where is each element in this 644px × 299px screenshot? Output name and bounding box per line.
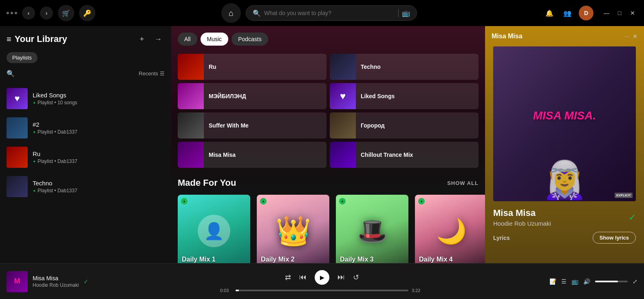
cart-button[interactable]: 🛒 xyxy=(58,5,74,21)
total-time: 3:22 xyxy=(412,288,424,293)
volume-bar[interactable] xyxy=(595,281,628,282)
daily-mix-1-label: Daily Mix 1 xyxy=(182,256,216,263)
made-for-you-header: Made For You Show all xyxy=(178,178,479,188)
forward-button[interactable]: › xyxy=(40,7,53,20)
back-button[interactable]: ‹ xyxy=(22,7,35,20)
home-button[interactable]: ⌂ xyxy=(221,3,241,23)
sidebar-item-liked-songs[interactable]: ♥ Liked Songs ✦ Playlist • 10 songs xyxy=(0,84,171,113)
key-button[interactable]: 🔑 xyxy=(79,5,95,21)
show-lyrics-button[interactable]: Show lyrics xyxy=(593,232,636,244)
loop-button[interactable]: ↺ xyxy=(353,273,359,282)
progress-bar[interactable] xyxy=(236,290,408,291)
window-traffic-lights xyxy=(7,12,17,14)
playlist-card-chillout[interactable]: Chillout Trance Mix xyxy=(330,142,479,168)
daily-mix-2-thumb: ♦ 👑 Daily Mix 2 xyxy=(257,195,329,263)
daily-mix-grid: ♦ 👤 Daily Mix 1 Oxxxymiron, ATL, ♦ 👑 xyxy=(178,195,479,263)
playlists-grid: Ru Techno МЭЙБИЛЭНД ♥ Liked Songs Suffer… xyxy=(178,54,479,168)
right-panel: Misa Misa ··· ✕ 🧝‍♀️ MISA MISA. EXPLICIT… xyxy=(485,26,644,263)
volume-button[interactable]: 🔊 xyxy=(583,278,590,285)
next-button[interactable]: ⏭ xyxy=(337,273,345,281)
dot1 xyxy=(7,12,9,14)
expand-library-button[interactable]: → xyxy=(152,33,165,46)
playlist-card-ru[interactable]: Ru xyxy=(178,54,326,80)
player-controls: ⇄ ⏮ ▶ ⏭ ↺ 0:03 3:22 xyxy=(121,270,523,293)
right-panel-actions: ··· ✕ xyxy=(624,33,637,40)
sidebar-header: ≡ Your Library + → xyxy=(0,26,171,49)
ru-thumb xyxy=(7,147,28,168)
right-panel-close-button[interactable]: ✕ xyxy=(633,33,637,40)
filter-tabs: All Music Podcasts xyxy=(178,33,479,46)
device-button[interactable]: 📺 xyxy=(571,278,578,285)
playlist-card-gorgorod[interactable]: Горород xyxy=(330,112,479,139)
minimize-button[interactable]: — xyxy=(602,8,611,18)
bell-button[interactable]: 🔔 xyxy=(543,7,556,20)
techno-name: Techno xyxy=(33,180,77,187)
filter-podcasts[interactable]: Podcasts xyxy=(232,33,268,46)
maximize-button[interactable]: □ xyxy=(615,8,624,18)
ru-card-thumb xyxy=(178,54,204,80)
sidebar-recents[interactable]: Recents ☰ xyxy=(139,70,165,77)
item2-name: #2 xyxy=(33,121,77,128)
now-playing-title: Misa Misa xyxy=(33,275,79,281)
playlist-card-misa[interactable]: Misa Misa xyxy=(178,142,326,168)
avatar-button[interactable]: D xyxy=(579,6,593,20)
ru-name: Ru xyxy=(33,150,77,157)
progress-row: 0:03 3:22 xyxy=(220,288,424,293)
queue-button[interactable]: ☰ xyxy=(561,278,567,285)
right-panel-more-button[interactable]: ··· xyxy=(624,33,629,40)
now-playing: M Misa Misa Hoodie Rob Uzumaki ✓ xyxy=(7,271,121,292)
add-library-button[interactable]: + xyxy=(135,33,148,46)
playlist-card-suffer[interactable]: Suffer With Me xyxy=(178,112,326,139)
techno-card-thumb xyxy=(330,54,356,80)
sidebar-item-ru[interactable]: Ru ✦ Playlist • Dab1337 xyxy=(0,143,171,172)
daily-mix-3-thumb: ♦ 🎩 Daily Mix 3 xyxy=(336,195,408,263)
daily-mix-2[interactable]: ♦ 👑 Daily Mix 2 Comb4t, Alx Beats, xyxy=(257,195,329,263)
sidebar-title: Your Library xyxy=(15,34,67,44)
right-controls: 📝 ☰ 📺 🔊 ⤢ xyxy=(523,278,637,285)
misa-card-name: Misa Misa xyxy=(209,152,236,158)
ru-green-dot: ✦ xyxy=(33,159,36,164)
volume-fill xyxy=(595,281,618,282)
meybiland-card-name: МЭЙБИЛЭНД xyxy=(209,93,246,99)
sidebar: ≡ Your Library + → Playlists 🔍 Recents ☰… xyxy=(0,26,171,263)
rp-song-details: Misa Misa Hoodie Rob Uzumaki xyxy=(493,208,551,227)
gorgorod-card-thumb xyxy=(330,112,356,139)
item2-green-dot: ✦ xyxy=(33,130,36,134)
liked-songs-name: Liked Songs xyxy=(33,92,77,99)
rp-check-icon: ✓ xyxy=(629,212,636,223)
daily-mix-4[interactable]: ♦ 🌙 Daily Mix 4 Luna Novina, Jurrivh, xyxy=(415,195,485,263)
sidebar-search-icon[interactable]: 🔍 xyxy=(7,70,15,77)
techno-green-dot: ✦ xyxy=(33,189,36,193)
player-buttons: ⇄ ⏮ ▶ ⏭ ↺ xyxy=(285,270,359,285)
daily-mix-3[interactable]: ♦ 🎩 Daily Mix 3 Borrtex, a vow, Parting xyxy=(336,195,408,263)
daily-mix-1[interactable]: ♦ 👤 Daily Mix 1 Oxxxymiron, ATL, xyxy=(178,195,250,263)
meybiland-card-thumb xyxy=(178,83,204,109)
play-pause-button[interactable]: ▶ xyxy=(315,270,329,285)
lyrics-button[interactable]: 📝 xyxy=(549,278,556,285)
techno-sub: ✦ Playlist • Dab1337 xyxy=(33,188,77,193)
playlist-card-liked[interactable]: ♥ Liked Songs xyxy=(330,83,479,109)
filter-all[interactable]: All xyxy=(178,33,197,46)
filter-music[interactable]: Music xyxy=(201,33,229,46)
sidebar-search-row: 🔍 Recents ☰ xyxy=(0,66,171,81)
shuffle-button[interactable]: ⇄ xyxy=(285,273,291,282)
prev-button[interactable]: ⏮ xyxy=(299,273,307,281)
topbar: ‹ › 🛒 🔑 ⌂ 🔍 📺 🔔 👥 D — □ ✕ xyxy=(0,0,644,26)
gorgorod-card-name: Горород xyxy=(361,122,385,129)
right-panel-song-info: Misa Misa Hoodie Rob Uzumaki ✓ xyxy=(485,201,644,232)
close-button[interactable]: ✕ xyxy=(628,8,637,18)
album-art: 🧝‍♀️ MISA MISA. EXPLICIT xyxy=(493,46,636,201)
dot2 xyxy=(11,12,13,14)
fullscreen-button[interactable]: ⤢ xyxy=(633,278,637,285)
search-input[interactable] xyxy=(264,10,395,16)
sidebar-item-techno[interactable]: Techno ✦ Playlist • Dab1337 xyxy=(0,172,171,201)
playlists-filter-pill[interactable]: Playlists xyxy=(7,52,37,63)
playlist-card-techno[interactable]: Techno xyxy=(330,54,479,80)
lyrics-label: Lyrics xyxy=(493,235,510,241)
playlist-card-meybiland[interactable]: МЭЙБИЛЭНД xyxy=(178,83,326,109)
liked-songs-thumb: ♥ xyxy=(7,88,28,109)
sidebar-item-2[interactable]: #2 ✦ Playlist • Dab1337 xyxy=(0,113,171,143)
friends-button[interactable]: 👥 xyxy=(561,7,574,20)
show-all-button[interactable]: Show all xyxy=(447,180,479,186)
made-for-you-title: Made For You xyxy=(178,178,236,188)
